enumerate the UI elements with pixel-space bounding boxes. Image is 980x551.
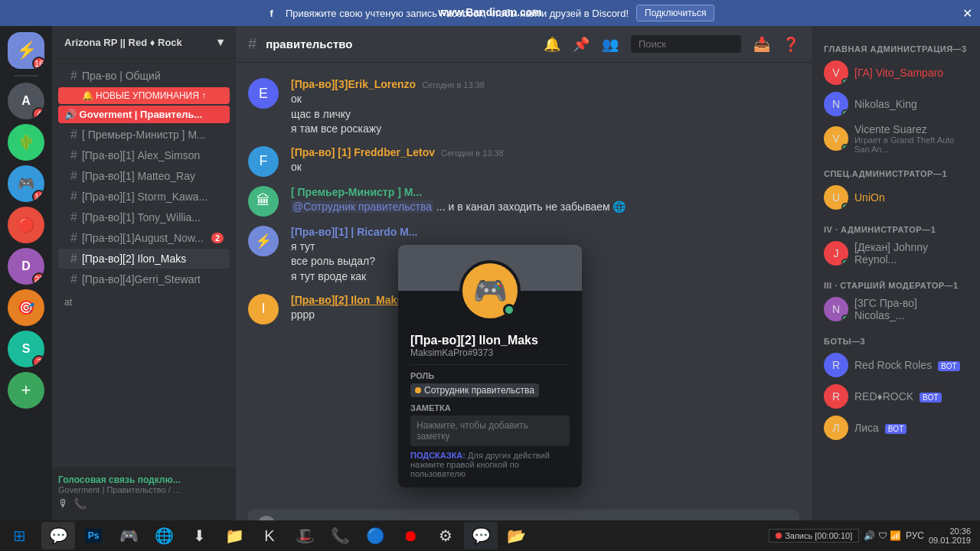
server-icon-3[interactable]: 🎮 11: [8, 165, 44, 202]
member-name: [3ГС Пра-во] Nicolas_...: [854, 297, 968, 321]
taskbar-explorer[interactable]: 📂: [499, 522, 533, 549]
channel-item-matteo[interactable]: # [Пра-во][1] Matteo_Ray: [58, 166, 230, 186]
server-icon-5[interactable]: D 22: [8, 248, 44, 285]
member-info: Vicente Suarez Играет в Grand Theft Auto…: [854, 123, 968, 154]
channel-hash-icon: #: [70, 190, 77, 204]
channel-item-alex[interactable]: # [Пра-во][1] Alex_Simson: [58, 145, 230, 165]
member-avatar: R: [824, 353, 848, 377]
new-mentions-bar[interactable]: 🔔 НОВЫЕ УПОМИНАНИЯ ↑: [58, 87, 230, 104]
add-server-icon[interactable]: +: [8, 372, 44, 409]
message-author[interactable]: [Пра-во] [1] Freddber_Letov: [291, 146, 435, 158]
channel-name: [Пра-во][2] Ilon_Maks: [82, 253, 186, 265]
taskbar-app4[interactable]: ⬇: [182, 522, 216, 549]
channel-badge: 2: [211, 233, 224, 243]
message-header: [Пра-во] [1] Freddber_Letov Сегодня в 13…: [291, 146, 799, 158]
profile-popup[interactable]: 🎮 [Пра-во][2] Ilon_Maks MaksimKaPro#9373…: [398, 245, 582, 487]
taskbar-browser2[interactable]: 🔵: [358, 522, 392, 549]
message-avatar: I: [248, 294, 279, 324]
message-content: [Пра-во][3]Erik_Lorenzo Сегодня в 13:38 …: [291, 78, 799, 137]
search-input[interactable]: [631, 35, 741, 53]
channel-item-ilon[interactable]: # [Пра-во][2] Ilon_Maks: [58, 249, 230, 269]
taskbar-chrome[interactable]: 🌐: [147, 522, 181, 549]
voice-channel-active[interactable]: 🔊 Goverment | Правитель...: [58, 106, 230, 123]
message-author[interactable]: [Пра-во][2] Ilon_Maks: [291, 294, 403, 306]
channel-hash-icon: #: [70, 69, 77, 83]
member-avatar: V: [824, 126, 848, 151]
channel-hash: #: [248, 35, 256, 53]
channel-name: [ Премьер-Министр ] M...: [82, 129, 206, 141]
voice-area: Голосовая связь подклю... Goverment | Пр…: [52, 468, 236, 516]
member-avatar: J: [824, 241, 848, 266]
member-item[interactable]: J [Декан] Johnny Reynol...: [818, 238, 974, 269]
members-sidebar: ГЛАВНАЯ АДМИНИСТРАЦИЯ—3 V [ГА] Vito_Samp…: [812, 26, 980, 551]
member-name: RED♦ROCK: [854, 390, 913, 403]
member-item[interactable]: U UniOn: [818, 182, 974, 213]
message-author[interactable]: [Пра-во][3]Erik_Lorenzo: [291, 78, 416, 90]
popup-hint: ПОДСКАЗКА: Для других действий нажмите п…: [410, 451, 570, 478]
server-header[interactable]: Arizona RP || Red ♦ Rock ▾: [52, 26, 236, 59]
member-item[interactable]: N Nikolas_King: [818, 89, 974, 119]
message-author[interactable]: [ Премьер-Министр ] М...: [291, 186, 422, 198]
members-category: СПЕЦ.АДМИНИСТРАТОР—1: [818, 163, 974, 181]
taskbar-discord2[interactable]: 💬: [464, 522, 498, 549]
channel-item-august[interactable]: # [Пра-во][1]August_Now... 2: [58, 228, 230, 248]
channel-item-tony[interactable]: # [Пра-во][1] Tony_Willia...: [58, 207, 230, 227]
member-item[interactable]: R RED♦ROCK BOT: [818, 381, 974, 412]
channel-item-pm[interactable]: # [ Премьер-Министр ] M...: [58, 125, 230, 145]
popup-avatar: 🎮: [459, 260, 521, 321]
record-dot: [776, 533, 782, 539]
taskbar-filezilla[interactable]: 📁: [217, 522, 251, 549]
banner-close-button[interactable]: ✕: [962, 6, 972, 21]
message-text: щас в личку: [291, 107, 799, 122]
server-icon-4[interactable]: 🔴: [8, 207, 44, 243]
connect-button[interactable]: Подключиться: [636, 5, 714, 21]
channel-hash-icon: #: [70, 252, 77, 266]
bot-info: Лиса BOT: [854, 422, 906, 434]
channel-item-gerri[interactable]: # [Пра-во][4]Gerri_Stewart: [58, 269, 230, 289]
member-item[interactable]: Л Лиса BOT: [818, 412, 974, 443]
taskbar-app9[interactable]: ⚙: [429, 522, 462, 549]
phone-icon[interactable]: 📞: [74, 497, 87, 510]
members-icon[interactable]: 👥: [602, 36, 619, 53]
member-name: UniOn: [854, 191, 885, 204]
server-icon-1[interactable]: A 4: [8, 83, 44, 119]
channel-item-general[interactable]: # Пра-во | Общий: [58, 66, 230, 86]
channel-list: # Пра-во | Общий 🔔 НОВЫЕ УПОМИНАНИЯ ↑ 🔊 …: [52, 59, 236, 468]
member-activity: Играет в Grand Theft Auto San An...: [854, 135, 968, 154]
member-item[interactable]: V Vicente Suarez Играет в Grand Theft Au…: [818, 120, 974, 157]
taskbar-photoshop[interactable]: Ps: [77, 522, 110, 549]
inbox-icon[interactable]: 📥: [753, 36, 770, 53]
header-icons: 🔔 📌 👥 📥 ❓: [544, 35, 799, 53]
member-item[interactable]: N [3ГС Пра-во] Nicolas_...: [818, 294, 974, 324]
popup-body: [Пра-во][2] Ilon_Maks MaksimKaPro#9373 Р…: [398, 328, 582, 487]
server-icon-6[interactable]: 🎯: [8, 289, 44, 326]
popup-note[interactable]: Нажмите, чтобы добавить заметку: [410, 416, 570, 446]
bell-icon[interactable]: 🔔: [544, 36, 560, 53]
windows-start-button[interactable]: ⊞: [0, 520, 38, 551]
taskbar-phone[interactable]: 📞: [323, 522, 357, 549]
help-icon[interactable]: ❓: [782, 36, 799, 53]
mute-icon[interactable]: 🎙: [58, 497, 69, 510]
popup-divider: [410, 364, 570, 365]
member-avatar: N: [824, 92, 848, 116]
popup-avatar-wrap: 🎮: [398, 260, 582, 328]
taskbar-icons: 🔊 🛡 📶: [864, 530, 901, 541]
taskbar-discord[interactable]: 💬: [41, 522, 75, 549]
pin-icon[interactable]: 📌: [573, 36, 590, 53]
server-icon-2[interactable]: 🌵: [8, 124, 44, 161]
channel-item-storm[interactable]: # [Пра-во][1] Storm_Kawa...: [58, 187, 230, 207]
home-server-icon[interactable]: ⚡ 16: [8, 32, 44, 69]
popup-role-badge: Сотрудник правительства: [410, 383, 539, 397]
member-item[interactable]: V [ГА] Vito_Samparo: [818, 57, 974, 88]
message-author[interactable]: [Пра-во][1] | Ricardo M...: [291, 226, 418, 238]
members-category: IV · АДМИНИСТРАТОР—1: [818, 219, 974, 237]
member-item[interactable]: R Red Rock Roles BOT: [818, 350, 974, 380]
message-group: 🏛 [ Премьер-Министр ] М... @Сотрудник пр…: [248, 183, 799, 220]
taskbar-app6[interactable]: K: [253, 522, 286, 549]
channel-name: [Пра-во][1]August_Now...: [82, 232, 204, 244]
taskbar-steam[interactable]: 🎮: [112, 522, 145, 549]
taskbar-app7[interactable]: 🎩: [288, 522, 322, 549]
taskbar-record[interactable]: ⏺: [394, 522, 427, 549]
server-icon-7[interactable]: S 2: [8, 331, 44, 367]
taskbar-apps: 💬 Ps 🎮 🌐 ⬇ 📁 K 🎩 📞 🔵 ⏺: [38, 522, 760, 549]
